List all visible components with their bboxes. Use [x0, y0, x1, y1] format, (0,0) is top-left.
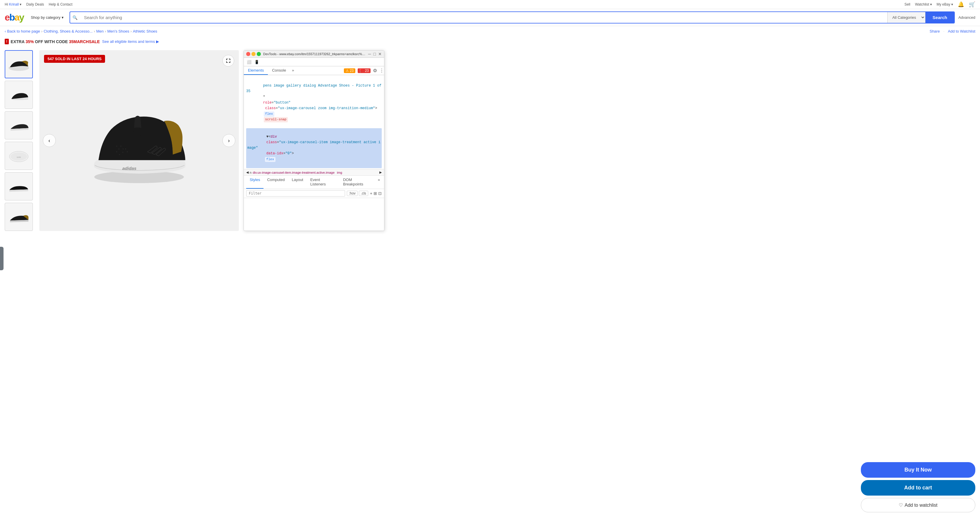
watchlist-label: Watchlist: [915, 2, 929, 6]
expand-icon: [225, 58, 231, 64]
svg-point-6: [118, 148, 119, 150]
filter-chip-cls[interactable]: .cls: [359, 191, 368, 196]
devtools-win-minimize-icon[interactable]: ─: [368, 52, 371, 56]
shoe-thumb-svg-1: [7, 56, 30, 73]
path-bar: ◀ n div.ux-image-carousel-item.image-tre…: [244, 169, 384, 176]
devtools-tab-styles[interactable]: Styles: [246, 176, 264, 189]
devtools-close-btn[interactable]: [246, 52, 250, 56]
flex-chip[interactable]: flex: [264, 111, 274, 117]
add-style-icon[interactable]: +: [370, 191, 372, 196]
device-icon[interactable]: 📱: [254, 59, 260, 65]
promo-code: 35MARCHSALE: [69, 39, 100, 44]
ebay-logo[interactable]: ebay: [5, 12, 24, 23]
scroll-snap-chip[interactable]: scroll-snap: [264, 117, 288, 122]
shoe-thumb-svg-4: sole: [7, 147, 30, 165]
layout-filter-icon[interactable]: ⊞: [374, 191, 377, 196]
devtools-win-close-icon[interactable]: ✕: [378, 52, 382, 56]
devtools-tab-layout[interactable]: Layout: [288, 176, 307, 189]
username: Krinall: [9, 2, 19, 6]
search-icon: 🔍: [70, 12, 80, 23]
promo-text: EXTRA 35% OFF WITH CODE 35MARCHSALE: [11, 39, 100, 44]
product-area: sole 547 SOLD IN LAST 24 HOURS: [0, 47, 980, 234]
filter-input[interactable]: [246, 190, 345, 197]
thumbnail-5[interactable]: [5, 172, 33, 200]
error-badge: 🚩 23: [358, 68, 371, 73]
filter-chips: :hov .cls: [347, 191, 368, 196]
next-arrow-button[interactable]: ›: [223, 134, 235, 147]
devtools-toolbar: ⬜ 📱: [244, 58, 384, 66]
my-ebay-link[interactable]: My eBay ▾: [937, 2, 953, 6]
path-end: img: [337, 171, 342, 174]
devtools-tab-console[interactable]: Console: [268, 66, 290, 75]
devtools-tab-computed[interactable]: Computed: [264, 176, 288, 189]
cart-icon[interactable]: 🛒: [969, 1, 975, 8]
devtools-win-restore-icon[interactable]: □: [374, 52, 376, 56]
flex-chip-2[interactable]: flex: [265, 157, 275, 162]
devtools-filter: :hov .cls + ⊞ ⊡: [244, 189, 384, 198]
category-select[interactable]: All Categories: [887, 12, 926, 23]
search-bar: 🔍 All Categories Search: [70, 11, 955, 24]
search-button[interactable]: Search: [926, 12, 954, 23]
bell-icon[interactable]: 🔔: [958, 1, 964, 8]
warning-badge: ⚠ 23: [344, 68, 356, 73]
breadcrumb: ‹ Back to home page › Clothing, Shoes & …: [0, 26, 980, 37]
sep1: ›: [41, 29, 42, 33]
main-shoe-image: adidas: [78, 85, 201, 196]
thumbnail-1[interactable]: [5, 50, 33, 78]
svg-point-8: [123, 148, 124, 150]
devtools-titlebar: DevTools - www.ebay.com/itm/155711197326…: [244, 51, 384, 58]
filter-icons: + ⊞ ⊡: [370, 191, 382, 196]
shoe-thumb-svg-6: [7, 208, 30, 226]
promo-prefix: EXTRA: [11, 39, 24, 44]
inspector-icon[interactable]: ⬜: [246, 59, 252, 65]
settings-icon[interactable]: ⚙: [373, 68, 377, 73]
shoe-thumb-svg-5: [7, 178, 30, 195]
thumbnail-4[interactable]: sole: [5, 142, 33, 170]
prev-arrow-button[interactable]: ‹: [43, 134, 56, 147]
devtools-tabs: Elements Console » ⚠ 23 🚩 23 ⚙ ⋮: [244, 66, 384, 75]
advanced-link[interactable]: Advanced: [958, 15, 975, 20]
filter-chip-hov[interactable]: :hov: [347, 191, 358, 196]
crumb-1[interactable]: Clothing, Shoes & Accesso...: [44, 29, 93, 33]
devtools-maximize-btn[interactable]: [257, 52, 261, 56]
path-back-icon[interactable]: ◀: [246, 170, 248, 174]
svg-text:sole: sole: [17, 156, 21, 158]
crumb-2[interactable]: Men: [96, 29, 103, 33]
watchlist-link[interactable]: Watchlist ▾: [915, 2, 932, 6]
devtools-menu-icon[interactable]: ⋮: [379, 68, 384, 73]
box-filter-icon[interactable]: ⊡: [378, 191, 382, 196]
sep3: ›: [105, 29, 106, 33]
add-watchlist-link[interactable]: Add to Watchlist: [948, 29, 975, 33]
back-arrow-icon: ‹: [5, 29, 6, 33]
thumbnail-6[interactable]: [5, 203, 33, 231]
more-lower-tabs-icon[interactable]: »: [376, 176, 382, 189]
more-tabs-icon[interactable]: »: [290, 66, 296, 75]
devtools-title: DevTools - www.ebay.com/itm/155711197326…: [263, 52, 366, 56]
share-link[interactable]: Share: [929, 29, 940, 33]
devtools-tab-event-listeners[interactable]: Event Listeners: [307, 176, 339, 189]
back-home-link[interactable]: Back to home page: [7, 29, 40, 33]
sep2: ›: [94, 29, 95, 33]
devtools-tab-elements[interactable]: Elements: [244, 66, 268, 75]
thumbnail-2[interactable]: [5, 81, 33, 109]
top-bar: Hi Krinall ▾ Daily Deals Help & Contact …: [0, 0, 980, 9]
crumb-3[interactable]: Men's Shoes: [107, 29, 129, 33]
devtools-window-buttons: [246, 52, 261, 56]
path-next-icon[interactable]: ▶: [379, 170, 382, 174]
shop-by-button[interactable]: Shop by category ▾: [29, 14, 66, 21]
devtools-minimize-btn[interactable]: [251, 52, 256, 56]
search-input[interactable]: [80, 12, 887, 23]
help-contact-link[interactable]: Help & Contact: [49, 2, 73, 6]
thumbnail-3[interactable]: [5, 111, 33, 139]
shoe-thumb-svg-2: [7, 86, 30, 103]
expand-button[interactable]: [223, 55, 234, 67]
devtools-tab-dom-breakpoints[interactable]: DOM Breakpoints: [339, 176, 376, 189]
next-arrow-icon: ›: [228, 138, 230, 144]
promo-link[interactable]: See all eligible items and terms ▶: [102, 39, 159, 44]
sell-link[interactable]: Sell: [904, 2, 910, 6]
greeting: Hi Krinall ▾: [5, 2, 21, 6]
code-line-highlight: ▼<div class="ux-image-carousel-item imag…: [246, 128, 382, 168]
main-image-container: 547 SOLD IN LAST 24 HOURS ‹: [39, 50, 239, 231]
crumb-4[interactable]: Athletic Shoes: [133, 29, 157, 33]
daily-deals-link[interactable]: Daily Deals: [26, 2, 44, 6]
